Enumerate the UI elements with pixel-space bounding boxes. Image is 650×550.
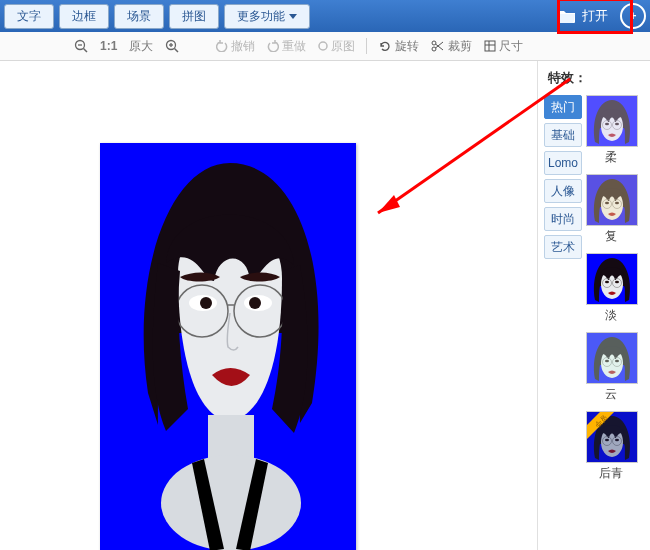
workspace: 特效： 热门 基础 Lomo 人像 时尚 艺术 柔 <box>0 61 650 550</box>
category-basic[interactable]: 基础 <box>544 123 582 147</box>
effects-thumbnails: 柔 复 淡 云 <box>586 95 642 488</box>
canvas-area <box>0 61 537 550</box>
resize-button[interactable]: 尺寸 <box>480 36 527 57</box>
effect-thumb-1[interactable] <box>586 174 638 226</box>
effect-thumb-3[interactable] <box>586 332 638 384</box>
undo-icon <box>216 40 228 52</box>
effect-thumb-label: 云 <box>586 386 636 403</box>
canvas-image[interactable] <box>100 143 356 550</box>
svg-line-1 <box>84 49 88 53</box>
tab-text[interactable]: 文字 <box>4 4 54 29</box>
category-hot[interactable]: 热门 <box>544 95 582 119</box>
svg-point-23 <box>249 297 261 309</box>
effect-thumb-label: 后青 <box>586 465 636 482</box>
folder-icon <box>558 9 576 23</box>
category-portrait[interactable]: 人像 <box>544 179 582 203</box>
tab-scene[interactable]: 场景 <box>114 4 164 29</box>
undo-button[interactable]: 撤销 <box>212 36 259 57</box>
zoom-out-icon <box>74 39 88 53</box>
svg-rect-39 <box>587 175 637 225</box>
circle-icon <box>318 41 328 51</box>
category-lomo[interactable]: Lomo <box>544 151 582 175</box>
top-nav: 文字 边框 场景 拼图 更多功能 打开 + <box>0 0 650 32</box>
zoom-ratio[interactable]: 1:1 <box>96 37 121 55</box>
svg-marker-25 <box>378 195 400 213</box>
svg-rect-53 <box>587 333 637 383</box>
effect-thumb-4[interactable]: 会员 <box>586 411 638 463</box>
svg-rect-32 <box>587 96 637 146</box>
toolbar: 1:1 原大 撤销 重做 原图 旋转 裁剪 尺寸 <box>0 32 650 61</box>
tab-more[interactable]: 更多功能 <box>224 4 310 29</box>
scissors-icon <box>431 40 445 52</box>
tab-collage[interactable]: 拼图 <box>169 4 219 29</box>
effect-thumb-0[interactable] <box>586 95 638 147</box>
zoom-in-button[interactable] <box>161 37 183 55</box>
effect-thumb-label: 复 <box>586 228 636 245</box>
effect-thumb-2[interactable] <box>586 253 638 305</box>
rotate-button[interactable]: 旋转 <box>374 36 423 57</box>
effect-thumb-label: 柔 <box>586 149 636 166</box>
add-button[interactable]: + <box>620 3 646 29</box>
svg-point-7 <box>319 42 327 50</box>
resize-icon <box>484 40 496 52</box>
svg-point-22 <box>200 297 212 309</box>
effects-title: 特效： <box>548 69 650 87</box>
zoom-in-icon <box>165 39 179 53</box>
separator <box>366 38 367 54</box>
plus-icon: + <box>629 9 636 23</box>
zoom-label: 原大 <box>125 36 157 57</box>
svg-line-4 <box>175 49 179 53</box>
open-label: 打开 <box>582 7 608 25</box>
redo-icon <box>267 40 279 52</box>
effects-panel: 特效： 热门 基础 Lomo 人像 时尚 艺术 柔 <box>537 61 650 550</box>
svg-point-14 <box>161 455 301 550</box>
effects-category-list: 热门 基础 Lomo 人像 时尚 艺术 <box>544 95 582 488</box>
open-button[interactable]: 打开 <box>550 3 616 29</box>
svg-rect-12 <box>485 41 495 51</box>
zoom-out-button[interactable] <box>70 37 92 55</box>
original-button[interactable]: 原图 <box>314 36 359 57</box>
portrait-illustration <box>100 143 356 550</box>
redo-button[interactable]: 重做 <box>263 36 310 57</box>
category-fashion[interactable]: 时尚 <box>544 207 582 231</box>
category-art[interactable]: 艺术 <box>544 235 582 259</box>
rotate-icon <box>378 40 392 52</box>
tab-border[interactable]: 边框 <box>59 4 109 29</box>
effect-thumb-label: 淡 <box>586 307 636 324</box>
crop-button[interactable]: 裁剪 <box>427 36 476 57</box>
